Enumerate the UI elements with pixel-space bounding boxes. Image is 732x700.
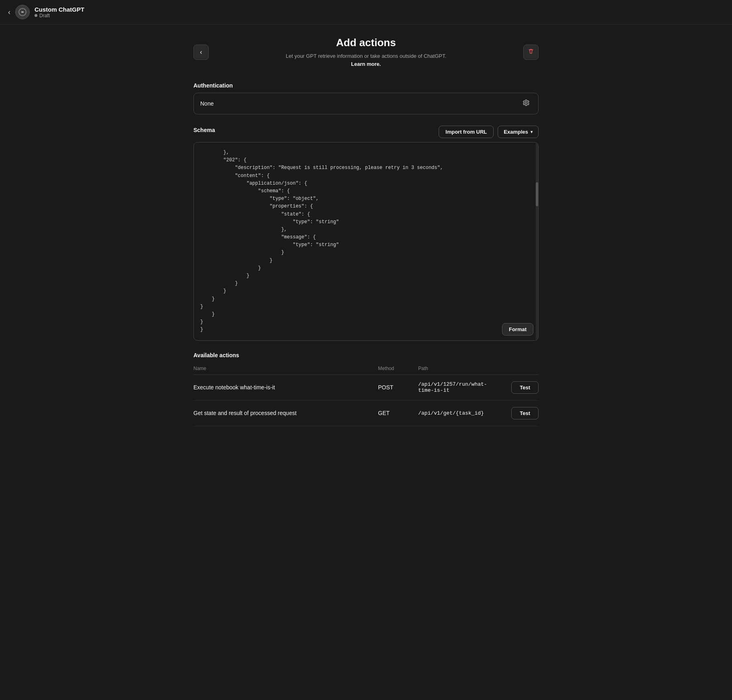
authentication-title: Authentication: [193, 82, 539, 89]
import-url-button[interactable]: Import from URL: [439, 126, 494, 138]
schema-title: Schema: [193, 127, 215, 133]
action-method-1: POST: [378, 384, 418, 391]
code-content: }, "202": { "description": "Request is s…: [200, 149, 532, 334]
action-method-2: GET: [378, 410, 418, 416]
examples-button[interactable]: Examples ▾: [498, 126, 539, 138]
available-actions-section: Available actions Name Method Path Execu…: [193, 352, 539, 426]
actions-table-header: Name Method Path: [193, 362, 539, 375]
action-path-1: /api/v1/1257/run/what-time-is-it: [418, 381, 498, 393]
learn-more-link[interactable]: Learn more.: [351, 61, 381, 67]
gpt-name: Custom ChatGPT: [35, 6, 84, 13]
gpt-avatar: [15, 5, 30, 19]
gear-icon: [523, 99, 530, 108]
format-button[interactable]: Format: [502, 323, 533, 336]
examples-label: Examples: [504, 129, 528, 135]
table-row: Execute notebook what-time-is-it POST /a…: [193, 375, 539, 401]
page-title: Add actions: [218, 37, 514, 49]
gpt-status-row: Draft: [35, 13, 84, 18]
action-name-1: Execute notebook what-time-is-it: [193, 384, 378, 391]
top-nav: ‹ Custom ChatGPT Draft: [0, 0, 732, 24]
auth-field: None: [193, 93, 539, 114]
delete-icon: [528, 48, 534, 56]
col-name-header: Name: [193, 366, 378, 371]
back-button[interactable]: ‹: [193, 45, 209, 60]
nav-back-icon[interactable]: ‹: [8, 8, 10, 16]
col-path-header: Path: [418, 366, 498, 371]
schema-actions: Import from URL Examples ▾: [439, 126, 539, 138]
action-path-2: /api/v1/get/{task_id}: [418, 410, 498, 416]
schema-header: Schema Import from URL Examples ▾: [193, 126, 539, 138]
auth-gear-button[interactable]: [521, 98, 532, 109]
available-actions-title: Available actions: [193, 352, 539, 358]
chevron-down-icon: ▾: [531, 130, 533, 134]
table-row: Get state and result of processed reques…: [193, 401, 539, 426]
code-editor[interactable]: }, "202": { "description": "Request is s…: [193, 142, 539, 341]
test-button-1[interactable]: Test: [511, 381, 539, 394]
schema-section: Schema Import from URL Examples ▾ }, "20…: [193, 126, 539, 341]
status-dot: [35, 14, 37, 17]
scrollbar-thumb: [536, 182, 538, 206]
test-button-2[interactable]: Test: [511, 407, 539, 419]
auth-value: None: [200, 100, 214, 107]
col-method-header: Method: [378, 366, 418, 371]
back-arrow-icon: ‹: [200, 49, 202, 56]
page-header: ‹ Add actions Let your GPT retrieve info…: [193, 37, 539, 68]
gpt-status-text: Draft: [39, 13, 50, 18]
authentication-section: Authentication None: [193, 82, 539, 114]
page-subtitle: Let your GPT retrieve information or tak…: [218, 52, 514, 68]
scrollbar: [536, 142, 538, 340]
gpt-info: Custom ChatGPT Draft: [35, 6, 84, 18]
main-content: ‹ Add actions Let your GPT retrieve info…: [185, 24, 547, 450]
delete-button[interactable]: [523, 45, 539, 60]
action-name-2: Get state and result of processed reques…: [193, 410, 378, 416]
